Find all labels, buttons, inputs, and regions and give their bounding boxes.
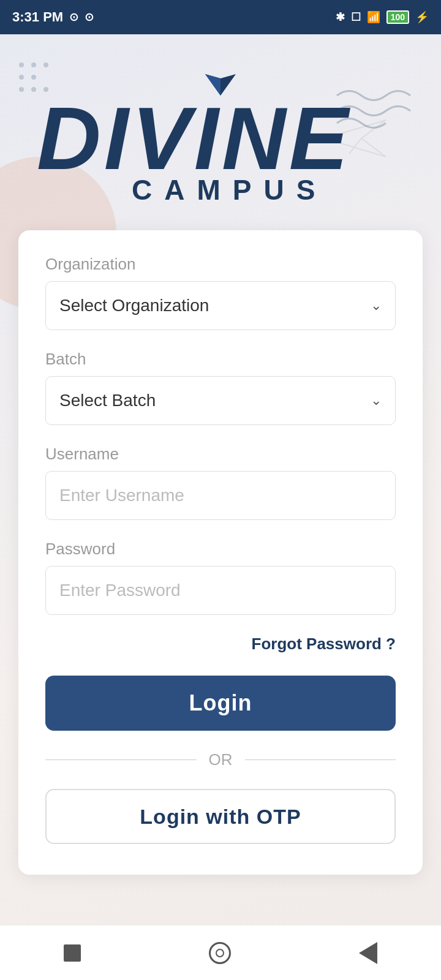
time-display: 3:31 PM xyxy=(12,9,63,25)
forgot-password-link[interactable]: Forgot Password ? xyxy=(252,635,396,654)
organization-dropdown[interactable]: Select Organization ⌄ xyxy=(45,281,396,330)
or-line-right xyxy=(245,760,396,760)
organization-field-group: Organization Select Organization ⌄ xyxy=(45,255,396,330)
login-button[interactable]: Login xyxy=(45,676,396,731)
batch-label: Batch xyxy=(45,350,396,369)
forgot-password-row: Forgot Password ? xyxy=(45,635,396,654)
username-field-group: Username xyxy=(45,445,396,520)
or-line-left xyxy=(45,760,197,760)
signal-icon-2: ⊙ xyxy=(85,10,94,24)
screen-icon: ☐ xyxy=(351,10,361,24)
otp-login-button[interactable]: Login with OTP xyxy=(45,789,396,844)
battery-icon: 100 xyxy=(386,10,409,24)
status-right: ✱ ☐ 📶 100 ⚡ xyxy=(336,10,429,24)
password-label: Password xyxy=(45,540,396,559)
logo-container: DIVINE CAMPUS xyxy=(12,71,429,206)
organization-dropdown-text: Select Organization xyxy=(59,296,209,315)
nav-square-button[interactable] xyxy=(64,944,81,962)
bottom-nav xyxy=(0,925,441,980)
or-separator: OR xyxy=(45,750,396,769)
username-label: Username xyxy=(45,445,396,464)
bluetooth-icon: ✱ xyxy=(336,10,345,24)
batch-field-group: Batch Select Batch ⌄ xyxy=(45,350,396,425)
organization-label: Organization xyxy=(45,255,396,274)
status-bar: 3:31 PM ⊙ ⊙ ✱ ☐ 📶 100 ⚡ xyxy=(0,0,441,34)
login-form-card: Organization Select Organization ⌄ Batch… xyxy=(18,230,423,875)
username-input[interactable] xyxy=(45,471,396,520)
password-input[interactable] xyxy=(45,566,396,615)
signal-icon-1: ⊙ xyxy=(69,10,78,24)
nav-back-button[interactable] xyxy=(359,942,377,964)
status-left: 3:31 PM ⊙ ⊙ xyxy=(12,9,94,25)
nav-home-button[interactable] xyxy=(209,942,231,964)
square-icon xyxy=(64,944,81,962)
batch-dropdown[interactable]: Select Batch ⌄ xyxy=(45,376,396,425)
logo-area: DIVINE CAMPUS xyxy=(0,34,441,224)
or-text: OR xyxy=(209,750,233,769)
circle-inner xyxy=(216,949,224,957)
chevron-down-icon: ⌄ xyxy=(371,298,382,314)
batch-dropdown-text: Select Batch xyxy=(59,391,156,410)
wifi-icon: 📶 xyxy=(367,10,380,24)
charging-icon: ⚡ xyxy=(415,10,429,24)
logo-svg: DIVINE CAMPUS xyxy=(24,71,417,206)
triangle-icon xyxy=(359,942,377,964)
chevron-down-icon-batch: ⌄ xyxy=(371,393,382,409)
password-field-group: Password xyxy=(45,540,396,615)
circle-icon xyxy=(209,942,231,964)
svg-text:CAMPUS: CAMPUS xyxy=(132,174,327,206)
svg-text:DIVINE: DIVINE xyxy=(37,89,351,188)
main-bg: DIVINE CAMPUS Organization Select Organi… xyxy=(0,34,441,980)
